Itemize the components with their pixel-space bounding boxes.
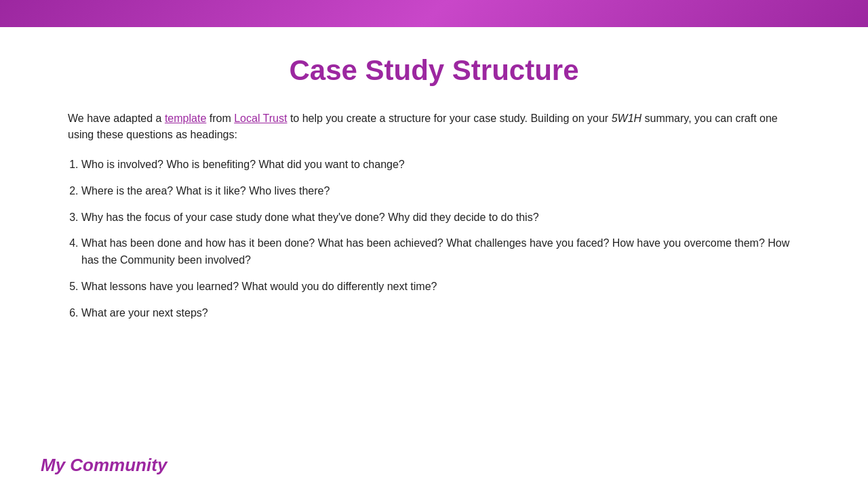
- italic-5w1h: 5W1H: [612, 113, 642, 124]
- list-item: Where is the area? What is it like? Who …: [81, 183, 800, 200]
- intro-paragraph: We have adapted a template from Local Tr…: [68, 110, 800, 143]
- main-content: Case Study Structure We have adapted a t…: [0, 27, 868, 352]
- local-trust-link[interactable]: Local Trust: [234, 113, 287, 124]
- intro-between: from: [206, 113, 234, 124]
- list-item: What lessons have you learned? What woul…: [81, 279, 800, 296]
- page-title: Case Study Structure: [68, 54, 800, 87]
- brand-label: My Community: [41, 455, 167, 476]
- list-item: What are your next steps?: [81, 305, 800, 322]
- list-item: Who is involved? Who is benefiting? What…: [81, 157, 800, 174]
- top-banner: [0, 0, 868, 27]
- intro-before-template: We have adapted a: [68, 113, 165, 124]
- list-item: What has been done and how has it been d…: [81, 235, 800, 269]
- intro-after: to help you create a structure for your …: [287, 113, 611, 124]
- questions-list: Who is involved? Who is benefiting? What…: [68, 157, 800, 322]
- list-item: Why has the focus of your case study don…: [81, 209, 800, 226]
- template-link[interactable]: template: [165, 113, 206, 124]
